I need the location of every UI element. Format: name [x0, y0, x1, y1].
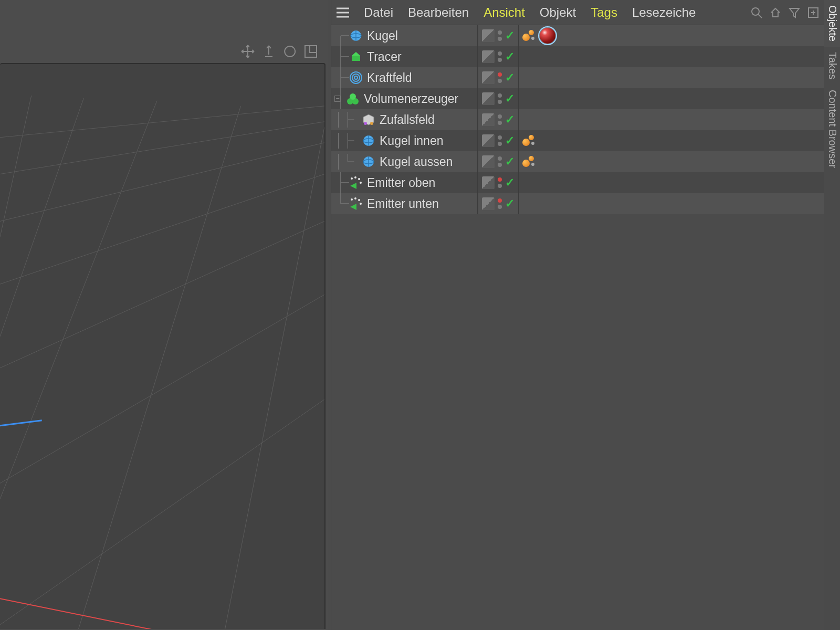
enable-check-icon[interactable]: ✓ [505, 135, 514, 146]
svg-line-3 [0, 122, 324, 174]
visibility-dots[interactable] [498, 135, 502, 146]
layer-toggle[interactable] [482, 155, 495, 168]
svg-point-47 [370, 122, 373, 125]
side-tab-content-browser[interactable]: Content Browser [824, 85, 840, 173]
svg-line-12 [0, 98, 83, 337]
layer-toggle[interactable] [482, 29, 495, 42]
viewport-panel [0, 0, 328, 630]
tree-row-kraftfeld[interactable]: Kraftfeld ✓ [331, 67, 824, 88]
tree-row-kugel-aussen[interactable]: Kugel aussen ✓ [331, 151, 824, 172]
enable-check-icon[interactable]: ✓ [505, 93, 514, 104]
menu-object[interactable]: Objekt [532, 5, 583, 20]
search-icon[interactable] [749, 5, 764, 20]
tree-label: Kugel aussen [380, 155, 453, 169]
svg-line-15 [0, 598, 282, 629]
svg-line-11 [0, 101, 157, 499]
svg-line-9 [225, 127, 324, 629]
material-tag-icon[interactable] [539, 27, 556, 44]
layer-toggle[interactable] [482, 176, 495, 189]
layer-toggle[interactable] [482, 92, 495, 105]
svg-line-8 [0, 400, 324, 625]
tree-label: Emitter unten [367, 197, 439, 211]
enable-check-icon[interactable]: ✓ [505, 114, 514, 125]
svg-line-5 [0, 174, 324, 285]
object-manager-panel: Datei Bearbeiten Ansicht Objekt Tags Les… [331, 0, 824, 630]
viewport-toolbar [0, 40, 323, 62]
side-tab-takes[interactable]: Takes [824, 47, 840, 85]
svg-line-20 [758, 14, 762, 18]
layer-toggle[interactable] [482, 113, 495, 126]
visibility-dots[interactable] [498, 114, 502, 125]
enable-check-icon[interactable]: ✓ [505, 198, 514, 209]
svg-line-4 [0, 143, 324, 222]
tree-row-volumenerzeuger[interactable]: − Volumenerzeuger ✓ [331, 88, 824, 109]
enable-check-icon[interactable]: ✓ [505, 177, 514, 188]
hamburger-icon[interactable] [333, 3, 352, 22]
tree-label: Emitter oben [367, 176, 435, 190]
object-tree: Kugel ✓ [331, 25, 824, 630]
visibility-dots[interactable] [498, 177, 502, 188]
dynamics-tag-icon[interactable] [522, 134, 536, 148]
viewport-dolly-icon[interactable] [260, 43, 277, 60]
sphere-icon [362, 155, 375, 169]
viewport-orbit-icon[interactable] [281, 43, 298, 60]
layer-toggle[interactable] [482, 134, 495, 147]
add-icon[interactable] [805, 5, 821, 20]
tree-label: Volumenerzeuger [364, 92, 458, 106]
menu-bookmarks[interactable]: Lesezeiche [625, 5, 703, 20]
svg-line-7 [0, 295, 324, 483]
tree-row-kugel-innen[interactable]: Kugel innen ✓ [331, 130, 824, 151]
svg-line-6 [0, 221, 324, 368]
visibility-dots[interactable] [498, 51, 502, 62]
visibility-dots[interactable] [498, 72, 502, 83]
svg-point-19 [752, 8, 759, 15]
visibility-dots[interactable] [498, 93, 502, 104]
visibility-dots[interactable] [498, 156, 502, 167]
home-icon[interactable] [768, 5, 783, 20]
tree-row-emitter-oben[interactable]: Emitter oben ✓ [331, 172, 824, 193]
filter-icon[interactable] [786, 5, 802, 20]
dynamics-tag-icon[interactable] [522, 155, 536, 169]
layer-toggle[interactable] [482, 197, 495, 210]
tree-row-zufallsfeld[interactable]: Zufallsfeld ✓ [331, 109, 824, 130]
side-tab-objects[interactable]: Objekte [824, 0, 840, 47]
menu-file[interactable]: Datei [356, 5, 401, 20]
svg-point-46 [364, 122, 367, 125]
viewport-move-icon[interactable] [239, 43, 256, 60]
tree-row-tracer[interactable]: Tracer ✓ [331, 46, 824, 67]
menu-view[interactable]: Ansicht [476, 5, 532, 20]
dynamics-tag-icon[interactable] [522, 29, 536, 43]
tree-row-kugel[interactable]: Kugel ✓ [331, 25, 824, 46]
menu-tags[interactable]: Tags [583, 5, 625, 20]
sphere-icon [362, 134, 375, 148]
tree-label: Tracer [367, 50, 402, 64]
layer-toggle[interactable] [482, 50, 495, 63]
enable-check-icon[interactable]: ✓ [505, 156, 514, 167]
side-tabs: Objekte Takes Content Browser [824, 0, 840, 630]
svg-line-13 [0, 96, 32, 237]
visibility-dots[interactable] [498, 198, 502, 209]
random-field-icon [362, 113, 375, 127]
tree-label: Zufallsfeld [380, 113, 435, 127]
tree-label: Kugel [367, 29, 398, 43]
visibility-dots[interactable] [498, 30, 502, 41]
enable-check-icon[interactable]: ✓ [505, 51, 514, 62]
tree-row-emitter-unten[interactable]: Emitter unten ✓ [331, 193, 824, 214]
viewport-maximize-icon[interactable] [302, 43, 319, 60]
enable-check-icon[interactable]: ✓ [505, 72, 514, 83]
svg-line-14 [0, 421, 42, 426]
menu-edit[interactable]: Bearbeiten [401, 5, 476, 20]
svg-line-2 [0, 106, 324, 138]
svg-rect-0 [305, 46, 317, 57]
layer-toggle[interactable] [482, 71, 495, 84]
tree-label: Kraftfeld [367, 71, 412, 85]
svg-line-10 [79, 106, 241, 629]
tree-label: Kugel innen [380, 134, 444, 148]
svg-rect-1 [310, 46, 317, 52]
object-manager-menubar: Datei Bearbeiten Ansicht Objekt Tags Les… [331, 0, 824, 25]
enable-check-icon[interactable]: ✓ [505, 30, 514, 41]
viewport-canvas[interactable] [0, 63, 326, 629]
